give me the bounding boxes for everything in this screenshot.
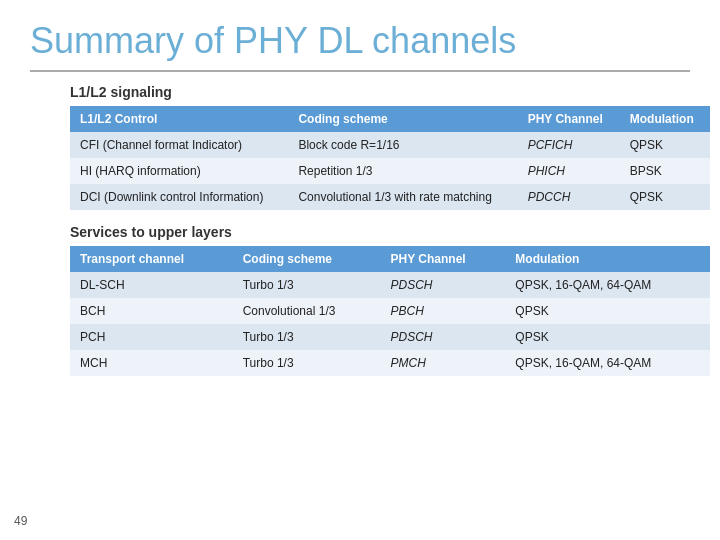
s2-col-header-3: Modulation (505, 246, 710, 272)
s2-cell-1-1: Convolutional 1/3 (233, 298, 381, 324)
s2-cell-1-0: BCH (70, 298, 233, 324)
s2-cell-3-1: Turbo 1/3 (233, 350, 381, 376)
s2-cell-1-3: QPSK (505, 298, 710, 324)
s1-col-header-2: PHY Channel (518, 106, 620, 132)
s2-cell-0-0: DL-SCH (70, 272, 233, 298)
s1-col-header-0: L1/L2 Control (70, 106, 288, 132)
s1-cell-1-0: HI (HARQ information) (70, 158, 288, 184)
s2-cell-1-2: PBCH (381, 298, 506, 324)
s1-cell-2-3: QPSK (620, 184, 710, 210)
s1-cell-0-3: QPSK (620, 132, 710, 158)
s2-cell-0-3: QPSK, 16-QAM, 64-QAM (505, 272, 710, 298)
s2-cell-2-0: PCH (70, 324, 233, 350)
page-number: 49 (14, 514, 27, 528)
s1-cell-0-0: CFI (Channel format Indicator) (70, 132, 288, 158)
s2-cell-0-2: PDSCH (381, 272, 506, 298)
s1-cell-0-1: Block code R=1/16 (288, 132, 517, 158)
section2-header-row: Transport channel Coding scheme PHY Chan… (70, 246, 710, 272)
s2-cell-3-3: QPSK, 16-QAM, 64-QAM (505, 350, 710, 376)
section1-header-row: L1/L2 Control Coding scheme PHY Channel … (70, 106, 710, 132)
table-row: CFI (Channel format Indicator)Block code… (70, 132, 710, 158)
section2-table-wrapper: Transport channel Coding scheme PHY Chan… (70, 246, 690, 376)
s1-cell-0-2: PCFICH (518, 132, 620, 158)
s1-cell-1-1: Repetition 1/3 (288, 158, 517, 184)
s2-cell-2-3: QPSK (505, 324, 710, 350)
page: Summary of PHY DL channels L1/L2 signali… (0, 0, 720, 540)
divider (30, 70, 690, 72)
table-row: MCHTurbo 1/3PMCHQPSK, 16-QAM, 64-QAM (70, 350, 710, 376)
section1-table: L1/L2 Control Coding scheme PHY Channel … (70, 106, 710, 210)
table-row: HI (HARQ information)Repetition 1/3PHICH… (70, 158, 710, 184)
section2-title: Services to upper layers (70, 224, 690, 240)
table-row: BCHConvolutional 1/3PBCHQPSK (70, 298, 710, 324)
s2-cell-3-0: MCH (70, 350, 233, 376)
s2-cell-0-1: Turbo 1/3 (233, 272, 381, 298)
section1-title: L1/L2 signaling (70, 84, 690, 100)
s2-cell-2-1: Turbo 1/3 (233, 324, 381, 350)
s1-cell-1-2: PHICH (518, 158, 620, 184)
s2-col-header-0: Transport channel (70, 246, 233, 272)
s2-col-header-2: PHY Channel (381, 246, 506, 272)
s1-cell-1-3: BPSK (620, 158, 710, 184)
table-row: PCHTurbo 1/3PDSCHQPSK (70, 324, 710, 350)
section1-table-wrapper: L1/L2 Control Coding scheme PHY Channel … (70, 106, 690, 210)
s1-cell-2-1: Convolutional 1/3 with rate matching (288, 184, 517, 210)
s1-cell-2-0: DCI (Downlink control Information) (70, 184, 288, 210)
table-row: DCI (Downlink control Information)Convol… (70, 184, 710, 210)
s1-col-header-3: Modulation (620, 106, 710, 132)
table-row: DL-SCHTurbo 1/3PDSCHQPSK, 16-QAM, 64-QAM (70, 272, 710, 298)
s2-cell-3-2: PMCH (381, 350, 506, 376)
section2-table: Transport channel Coding scheme PHY Chan… (70, 246, 710, 376)
s2-cell-2-2: PDSCH (381, 324, 506, 350)
s1-cell-2-2: PDCCH (518, 184, 620, 210)
s2-col-header-1: Coding scheme (233, 246, 381, 272)
s1-col-header-1: Coding scheme (288, 106, 517, 132)
main-title: Summary of PHY DL channels (30, 20, 690, 62)
